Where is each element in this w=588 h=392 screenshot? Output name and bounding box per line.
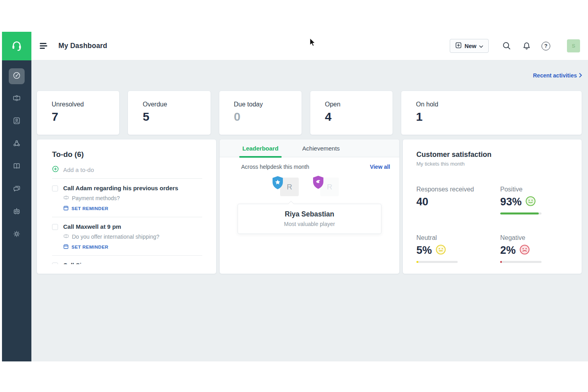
chat-bubbles-icon (12, 184, 21, 195)
sidebar-item-tickets[interactable] (9, 91, 25, 107)
sidebar-item-solutions[interactable] (9, 159, 25, 175)
new-button[interactable]: New (450, 39, 489, 53)
metric-value: 93% (500, 196, 522, 208)
mvp-shield-icon[interactable] (271, 176, 284, 191)
stat-value: 5 (143, 110, 203, 124)
tab-leaderboard[interactable]: Leaderboard (239, 139, 282, 157)
stat-card-open[interactable]: Open 4 (310, 91, 393, 135)
metric-responses: Responses received 40 (416, 186, 500, 214)
stat-card-due-today[interactable]: Due today 0 (219, 91, 302, 135)
metric-label: Responses received (416, 186, 500, 193)
mvp-tooltip: Riya Sebastian Most valuable player (238, 204, 381, 234)
leaderboard-widget: Leaderboard Achievements Across helpdesk… (219, 139, 400, 274)
sad-face-icon (519, 244, 530, 257)
leaderboard-meta: Across helpdesk this month View all (220, 157, 399, 170)
neutral-bar (416, 261, 458, 263)
satisfaction-metrics: Responses received 40 Positive 93% (416, 186, 574, 263)
topbar-actions: New ? S (450, 39, 580, 53)
dashboard-gauge-icon (12, 71, 21, 81)
todo-item: Call Maxwell at 9 pm Do you offer intern… (52, 217, 202, 256)
freshdesk-logo (2, 32, 31, 60)
search-icon[interactable] (502, 41, 511, 50)
todo-item-title: Call Maxwell at 9 pm (63, 223, 121, 230)
sidebar-item-contacts[interactable] (9, 114, 25, 129)
add-todo-input[interactable]: Add a to-do (52, 166, 202, 179)
todo-list[interactable]: To-do (6) Add a to-do Call Adam regardin… (37, 139, 216, 264)
chevron-right-icon (579, 72, 582, 79)
todo-checkbox[interactable] (52, 224, 58, 230)
linked-ticket[interactable]: Do you offer international shipping? (63, 233, 202, 240)
linked-ticket[interactable]: Payment methods? (63, 195, 202, 202)
ticket-stats-row: Unresolved 7 Overdue 5 Due today 0 Open … (37, 91, 582, 135)
sidebar-item-forums[interactable] (9, 182, 25, 197)
book-icon (12, 162, 21, 172)
widgets-row: To-do (6) Add a to-do Call Adam regardin… (37, 139, 582, 274)
ticket-icon (63, 195, 69, 202)
satisfaction-title: Customer satisfaction (416, 151, 574, 159)
stat-card-overdue[interactable]: Overdue 5 (128, 91, 211, 135)
set-reminder-button[interactable]: SET REMINDER (63, 205, 202, 212)
set-reminder-label: SET REMINDER (72, 206, 108, 211)
sidebar-item-social[interactable] (9, 136, 25, 152)
sidebar-item-bots[interactable] (9, 204, 25, 220)
todo-title: To-do (6) (52, 150, 202, 159)
stat-value: 0 (234, 110, 294, 124)
set-reminder-button[interactable]: SET REMINDER (63, 243, 202, 250)
sidebar-item-admin[interactable] (9, 227, 25, 243)
ticket-subject: Payment methods? (72, 195, 120, 201)
stat-card-unresolved[interactable]: Unresolved 7 (37, 91, 120, 135)
tab-achievements[interactable]: Achievements (299, 139, 343, 157)
plus-circle-icon (52, 166, 59, 174)
stat-value: 4 (325, 110, 385, 124)
metric-value: 40 (416, 196, 428, 208)
stat-label: Due today (234, 101, 294, 108)
chevron-down-icon (479, 43, 483, 49)
plus-square-icon (455, 42, 462, 50)
metric-negative: Negative 2% (500, 234, 574, 263)
metric-value: 2% (500, 244, 516, 257)
page-title: My Dashboard (58, 42, 107, 50)
achievement-shield-icon[interactable] (312, 175, 325, 191)
recent-activities-link[interactable]: Recent activities (533, 72, 582, 79)
user-avatar[interactable]: S (567, 39, 580, 52)
stat-label: Open (325, 101, 385, 108)
set-reminder-label: SET REMINDER (72, 245, 108, 249)
help-icon[interactable]: ? (542, 42, 550, 50)
sidebar (2, 32, 31, 361)
app-window: My Dashboard New ? (2, 32, 588, 361)
agent-initial: R (327, 183, 333, 191)
positive-bar (500, 212, 542, 214)
metric-value: 5% (416, 244, 432, 257)
mvp-name: Riya Sebastian (238, 210, 381, 218)
todo-item: Call Adam regarding his previous orders … (52, 179, 202, 217)
calendar-icon (63, 243, 69, 250)
stat-value: 7 (52, 110, 112, 124)
menu-toggle-icon[interactable] (40, 43, 48, 49)
contacts-icon (12, 116, 21, 127)
sidebar-item-dashboard[interactable] (9, 68, 25, 84)
happy-face-icon (525, 196, 536, 208)
headset-icon (10, 39, 23, 54)
bell-icon[interactable] (522, 41, 531, 50)
add-todo-placeholder: Add a to-do (63, 166, 94, 173)
metric-label: Positive (500, 186, 574, 193)
stat-label: On hold (416, 101, 574, 108)
leaderboard-period: Across helpdesk this month (241, 164, 309, 170)
avatar-initial: S (572, 43, 575, 49)
todo-checkbox[interactable] (52, 263, 58, 264)
negative-bar (500, 261, 542, 263)
sidebar-nav (9, 60, 25, 249)
satisfaction-widget: Customer satisfaction My tickets this mo… (402, 139, 582, 274)
mvp-subtitle: Most valuable player (238, 221, 381, 227)
leaderboard-tabs: Leaderboard Achievements (220, 139, 399, 157)
satisfaction-subtitle: My tickets this month (416, 161, 574, 167)
social-icon (12, 139, 21, 149)
neutral-face-icon (435, 244, 446, 257)
todo-checkbox[interactable] (52, 185, 58, 191)
view-all-link[interactable]: View all (370, 164, 390, 170)
stat-card-on-hold[interactable]: On hold 1 (401, 91, 582, 135)
new-button-label: New (464, 43, 476, 49)
metric-label: Negative (500, 234, 574, 241)
calendar-icon (63, 205, 69, 212)
main-area: My Dashboard New ? (31, 32, 588, 361)
